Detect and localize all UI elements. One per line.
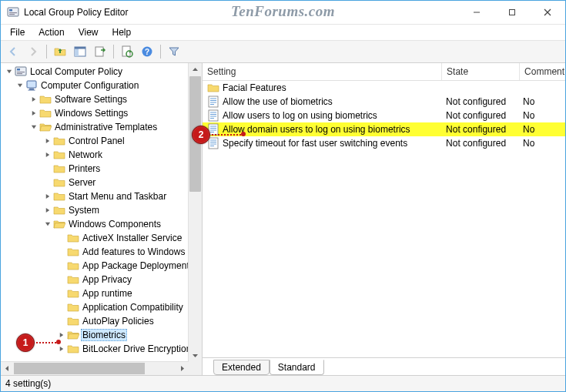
back-button[interactable] — [4, 42, 22, 61]
col-setting[interactable]: Setting — [203, 63, 442, 80]
up-folder-button[interactable] — [51, 42, 69, 61]
expand-icon[interactable] — [15, 80, 25, 91]
tree-label: Printers — [68, 163, 101, 174]
status-text: 4 setting(s) — [5, 378, 51, 389]
folder-icon — [67, 246, 79, 258]
minimize-button[interactable] — [459, 1, 494, 24]
scroll-right-icon[interactable] — [176, 362, 189, 375]
folder-icon — [39, 107, 52, 119]
policy-icon — [207, 95, 219, 108]
col-comment[interactable]: Comment — [520, 63, 565, 80]
expand-icon[interactable] — [28, 108, 39, 119]
folder-open-icon — [53, 218, 65, 230]
col-state[interactable]: State — [442, 63, 520, 80]
tree-computer-config[interactable]: Computer Configuration — [2, 79, 202, 92]
policy-icon — [207, 109, 219, 122]
tree-app-privacy[interactable]: App Privacy — [2, 273, 202, 286]
folder-icon — [67, 315, 79, 327]
expand-icon[interactable] — [56, 343, 67, 354]
tree-system[interactable]: System — [2, 203, 202, 217]
show-hide-tree-button[interactable] — [71, 42, 89, 61]
tree-app-compat[interactable]: Application Compatibility — [2, 300, 202, 314]
menu-file[interactable]: File — [4, 26, 31, 39]
expand-icon[interactable] — [42, 219, 53, 230]
scroll-left-icon[interactable] — [1, 362, 14, 375]
list-row[interactable]: Allow users to log on using biometricsNo… — [203, 109, 565, 122]
tree-app-runtime[interactable]: App runtime — [2, 286, 202, 300]
watermark-text: TenForums.com — [231, 3, 335, 20]
list-row[interactable]: Allow domain users to log on using biome… — [203, 122, 565, 136]
export-list-button[interactable] — [91, 42, 109, 61]
folder-icon — [53, 204, 65, 216]
folder-icon — [67, 232, 79, 244]
close-button[interactable] — [530, 1, 565, 24]
tree-server[interactable]: Server — [2, 176, 202, 189]
folder-icon — [67, 273, 79, 286]
scroll-up-icon[interactable] — [189, 63, 202, 76]
tree-label: Biometrics — [81, 329, 127, 341]
comment-text: No — [523, 96, 534, 107]
folder-icon — [207, 82, 219, 94]
tree-windows-settings[interactable]: Windows Settings — [2, 106, 202, 120]
tree-label: Windows Components — [68, 219, 162, 230]
expand-icon[interactable] — [28, 94, 39, 105]
expand-icon[interactable] — [56, 330, 67, 340]
folder-open-icon — [67, 329, 79, 341]
filter-button[interactable] — [165, 42, 183, 61]
state-text: Not configured — [446, 96, 506, 107]
tab-extended[interactable]: Extended — [213, 360, 270, 375]
svg-rect-19 — [95, 47, 103, 56]
tree-add-features[interactable]: Add features to Windows 10 — [2, 245, 202, 259]
tree-printers[interactable]: Printers — [2, 162, 202, 176]
expand-icon[interactable] — [42, 149, 53, 160]
forward-button[interactable] — [24, 42, 42, 61]
comment-text: No — [523, 124, 534, 135]
svg-rect-18 — [75, 47, 85, 49]
menu-view[interactable]: View — [72, 26, 105, 39]
list-row[interactable]: Allow the use of biometricsNot configure… — [203, 95, 565, 109]
refresh-button[interactable] — [118, 42, 136, 61]
tree-label: Network — [68, 149, 103, 160]
tree-software-settings[interactable]: Software Settings — [2, 92, 202, 106]
expand-icon[interactable] — [42, 191, 53, 202]
expand-icon[interactable] — [42, 136, 53, 146]
app-icon — [7, 6, 19, 18]
tree-autoplay[interactable]: AutoPlay Policies — [2, 314, 202, 328]
menu-help[interactable]: Help — [106, 26, 138, 39]
expand-icon[interactable] — [28, 122, 39, 132]
state-text: Not configured — [446, 138, 506, 149]
policy-tree[interactable]: Local Computer Policy Computer Configura… — [1, 63, 202, 357]
expand-icon[interactable] — [4, 66, 15, 77]
tree-activex-installer[interactable]: ActiveX Installer Service — [2, 231, 202, 245]
tree-scrollbar-v[interactable] — [188, 63, 202, 362]
settings-list[interactable]: Setting State Comment Facial FeaturesAll… — [203, 63, 565, 357]
scroll-down-icon[interactable] — [189, 349, 202, 362]
expand-icon[interactable] — [42, 205, 53, 216]
folder-icon — [67, 301, 79, 313]
help-button[interactable]: ? — [138, 42, 156, 61]
titlebar[interactable]: Local Group Policy Editor TenForums.com — [1, 1, 565, 25]
menu-action[interactable]: Action — [32, 26, 70, 39]
tree-label: Control Panel — [68, 136, 126, 146]
tree-label: Software Settings — [54, 94, 128, 105]
tree-app-package[interactable]: App Package Deployment — [2, 259, 202, 273]
maximize-button[interactable] — [494, 1, 530, 24]
list-row[interactable]: Specify timeout for fast user switching … — [203, 136, 565, 150]
tree-start-menu-taskbar[interactable]: Start Menu and Taskbar — [2, 189, 202, 203]
gpedit-icon — [15, 65, 27, 78]
tree-scrollbar-h[interactable] — [1, 361, 189, 375]
tab-standard[interactable]: Standard — [270, 360, 324, 375]
tree-admin-templates[interactable]: Administrative Templates — [2, 120, 202, 134]
tree-windows-components[interactable]: Windows Components — [2, 217, 202, 231]
tree-control-panel[interactable]: Control Panel — [2, 134, 202, 148]
list-header: Setting State Comment — [203, 63, 565, 81]
list-row[interactable]: Facial Features — [203, 81, 565, 95]
folder-icon — [67, 343, 79, 355]
tree-label: Computer Configuration — [40, 80, 139, 91]
folder-open-icon — [39, 121, 52, 133]
folder-icon — [67, 260, 79, 272]
scroll-thumb[interactable] — [14, 363, 145, 374]
tree-label: AutoPlay Policies — [82, 316, 155, 327]
tree-root[interactable]: Local Computer Policy — [2, 65, 202, 79]
tree-network[interactable]: Network — [2, 148, 202, 162]
